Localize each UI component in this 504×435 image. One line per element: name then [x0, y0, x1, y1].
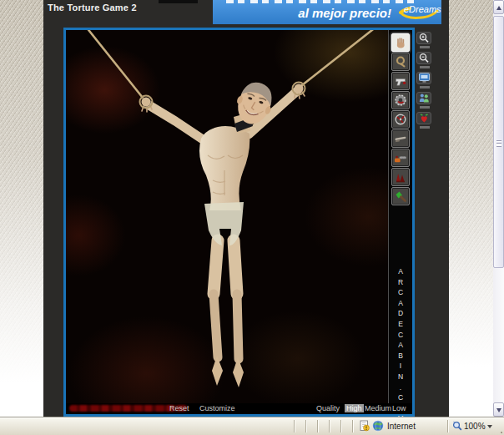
quality-high-button[interactable]: High — [345, 404, 364, 412]
rope-right — [298, 30, 376, 89]
cropped-header-text — [159, 0, 198, 3]
quality-medium-button[interactable]: Medium — [365, 404, 391, 412]
tool-pistol-button[interactable] — [391, 72, 410, 90]
zoom-in-icon — [418, 33, 430, 43]
globe-icon — [372, 420, 384, 432]
browser-page: The Torture Game 2 al mejor precio! eDre… — [0, 0, 504, 435]
fullscreen-widget-button[interactable] — [416, 72, 433, 89]
razor-wheel-icon — [394, 113, 407, 126]
zoom-dropdown-arrow-icon[interactable] — [487, 425, 492, 428]
page-title: The Torture Game 2 — [48, 3, 137, 13]
edreams-logo[interactable]: eDreams — [398, 1, 440, 23]
share-widget-button[interactable] — [416, 92, 433, 109]
paintbrush-icon — [394, 190, 407, 203]
customize-button[interactable]: Customize — [199, 404, 235, 412]
widget-label — [420, 126, 430, 129]
rope-left — [86, 30, 146, 102]
circular-saw-icon — [394, 94, 407, 107]
tool-palette: ARCADECABIN.COM — [388, 30, 412, 403]
up-arrow-icon — [496, 6, 501, 10]
site-widget-column — [416, 32, 433, 132]
widget-label — [420, 66, 430, 68]
page-background-right — [449, 0, 493, 417]
heart-icon — [418, 113, 430, 124]
tool-hand-button[interactable] — [391, 33, 410, 52]
quality-label: Quality — [316, 404, 340, 412]
reset-button[interactable]: Reset — [169, 404, 189, 412]
ad-tagline: al mejor precio! — [298, 6, 391, 20]
shotgun-icon — [394, 132, 407, 145]
cropped-ad-text — [226, 0, 414, 3]
widget-label — [420, 46, 430, 48]
tool-shotgun-button[interactable] — [391, 129, 410, 148]
widget-label — [420, 86, 430, 89]
quality-low-button[interactable]: Low — [392, 404, 406, 412]
two-people-icon — [418, 93, 430, 104]
security-zone-label: Internet — [387, 422, 416, 431]
down-arrow-icon — [496, 408, 501, 412]
spikes-icon — [394, 170, 407, 184]
scroll-thumb[interactable] — [493, 16, 504, 268]
ad-banner[interactable]: al mejor precio! eDreams — [213, 0, 441, 24]
vertical-scrollbar[interactable] — [493, 0, 504, 417]
page-warning-icon — [360, 420, 370, 432]
edreams-brand-text: eDreams — [404, 4, 441, 14]
hand-icon — [394, 36, 407, 49]
monitor-icon — [418, 73, 431, 83]
favorite-widget-button[interactable] — [416, 112, 433, 129]
game-stage[interactable] — [66, 30, 388, 403]
zoom-out-icon — [418, 53, 430, 63]
rope-icon — [394, 55, 407, 68]
tool-paintbrush-button[interactable] — [391, 187, 410, 205]
pistol-icon — [394, 74, 407, 88]
scroll-down-button[interactable] — [493, 402, 504, 417]
status-bar: Internet 100% — [0, 417, 504, 435]
scroll-up-button[interactable] — [493, 0, 504, 14]
arcadecabin-link[interactable]: ARCADECABIN.COM — [396, 267, 405, 409]
widget-label — [420, 106, 430, 109]
zoom-level-control[interactable]: 100% — [464, 422, 486, 431]
ragdoll-figure — [66, 30, 388, 403]
window-resize-grip[interactable] — [501, 432, 502, 433]
game-bottom-bar: Reset Customize Quality High Medium Low — [66, 403, 412, 414]
chainsaw-icon — [394, 151, 407, 164]
game-frame: ARCADECABIN.COM Reset Customize Quality … — [63, 28, 415, 417]
tool-spikes-button[interactable] — [391, 168, 410, 186]
tool-razor-wheel-button[interactable] — [391, 110, 410, 129]
tool-chainsaw-button[interactable] — [391, 149, 410, 167]
page-background-left — [0, 0, 43, 435]
zoom-in-widget-button[interactable] — [416, 32, 433, 48]
tool-circular-saw-button[interactable] — [391, 91, 410, 109]
thumb-grip — [496, 140, 501, 147]
tool-rope-button[interactable] — [391, 53, 410, 71]
zoom-out-widget-button[interactable] — [416, 52, 433, 68]
zoom-level-icon — [452, 421, 462, 432]
